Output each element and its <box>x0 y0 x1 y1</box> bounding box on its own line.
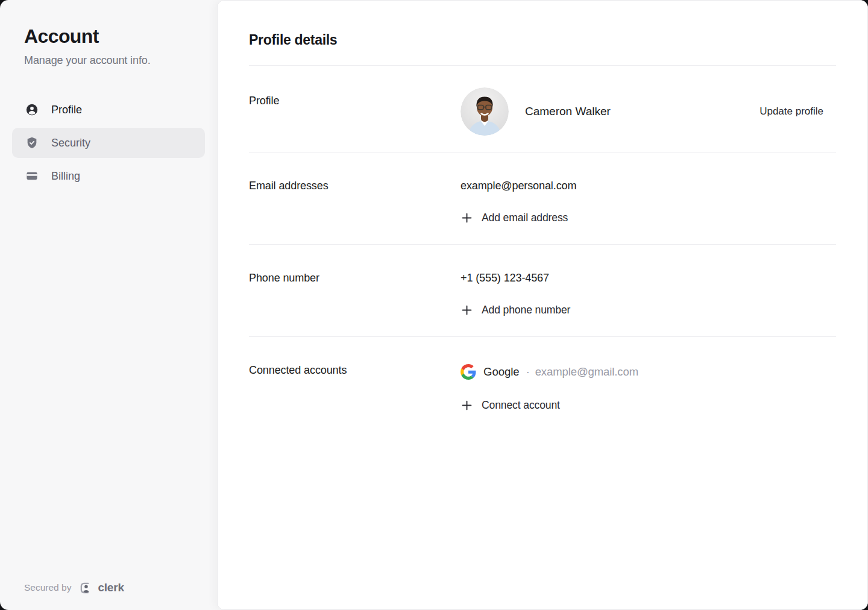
page-subtitle: Manage your account info. <box>24 54 193 67</box>
add-phone-button[interactable]: Add phone number <box>461 304 836 316</box>
google-account-item: Google · example@gmail.com <box>461 364 836 380</box>
shield-check-icon <box>25 136 39 149</box>
provider-name: Google <box>483 365 520 379</box>
provider-email: example@gmail.com <box>535 365 638 379</box>
sidebar-item-billing[interactable]: Billing <box>12 161 205 191</box>
page-title: Account <box>24 25 193 48</box>
plus-icon <box>461 212 473 224</box>
row-label: Email addresses <box>249 180 461 224</box>
account-modal: Account Manage your account info. Profil… <box>0 0 868 610</box>
dot-separator: · <box>526 366 530 379</box>
connected-accounts-row: Connected accounts Google · example@gmai… <box>249 336 836 432</box>
connected-values: Google · example@gmail.com Connect accou… <box>461 364 836 412</box>
phone-number-row: Phone number +1 (555) 123-4567 Add phone… <box>249 244 836 336</box>
profile-line: Cameron Walker Update profile <box>461 87 836 136</box>
add-phone-label: Add phone number <box>482 304 570 316</box>
plus-icon <box>461 399 473 412</box>
phone-value: +1 (555) 123-4567 <box>461 272 836 285</box>
sidebar-item-label: Profile <box>51 104 82 116</box>
profile-details-panel: Profile details Profile <box>217 0 868 610</box>
clerk-logo-icon <box>80 582 92 594</box>
clerk-wordmark: clerk <box>98 581 124 594</box>
secured-by-label: Secured by <box>24 582 71 593</box>
user-icon <box>25 103 39 116</box>
add-email-label: Add email address <box>482 212 568 224</box>
google-icon <box>461 364 476 380</box>
secured-by-clerk[interactable]: Secured by clerk <box>24 581 124 594</box>
email-value: example@personal.com <box>461 180 836 192</box>
sidebar: Account Manage your account info. Profil… <box>0 0 217 610</box>
user-name: Cameron Walker <box>525 105 611 118</box>
avatar <box>461 87 509 136</box>
plus-icon <box>461 304 473 316</box>
credit-card-icon <box>25 169 39 183</box>
sidebar-item-security[interactable]: Security <box>12 128 205 158</box>
email-values: example@personal.com Add email address <box>461 180 836 224</box>
connect-account-label: Connect account <box>482 399 560 412</box>
profile-row: Profile <box>249 65 836 152</box>
panel-title: Profile details <box>249 1 836 65</box>
sidebar-item-label: Security <box>51 137 90 149</box>
sidebar-nav: Profile Security Billi <box>12 95 205 191</box>
update-profile-button[interactable]: Update profile <box>752 101 831 122</box>
sidebar-item-label: Billing <box>51 170 80 183</box>
phone-values: +1 (555) 123-4567 Add phone number <box>461 272 836 316</box>
row-label: Profile <box>249 87 461 136</box>
row-label: Phone number <box>249 272 461 316</box>
sidebar-item-profile[interactable]: Profile <box>12 95 205 125</box>
connect-account-button[interactable]: Connect account <box>461 399 836 412</box>
add-email-button[interactable]: Add email address <box>461 212 836 224</box>
email-addresses-row: Email addresses example@personal.com Add… <box>249 152 836 244</box>
row-label: Connected accounts <box>249 364 461 412</box>
